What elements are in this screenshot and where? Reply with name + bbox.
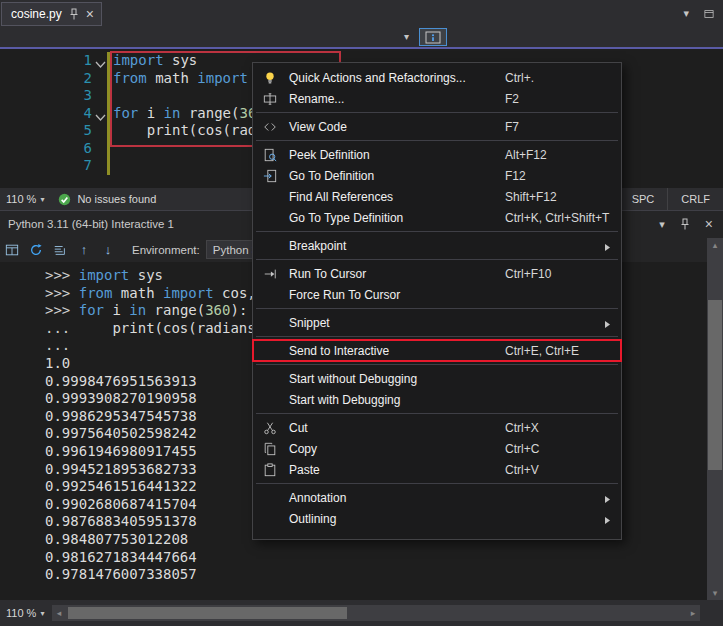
scroll-up-icon[interactable]: ▴	[707, 240, 723, 250]
visual-studio-window: cosine.py × ▾ ▾ 1234567 import sysfrom m…	[0, 0, 723, 626]
menu-item-label: Snippet	[289, 316, 330, 330]
vertical-scrollbar[interactable]: ▴ ▾	[707, 238, 723, 600]
menu-item-label: Force Run To Cursor	[289, 288, 400, 302]
menu-item-label: Cut	[289, 421, 308, 435]
cut-icon	[258, 421, 282, 435]
issues-text: No issues found	[77, 193, 156, 205]
rename-icon	[258, 92, 282, 106]
menu-item-rename[interactable]: Rename...F2	[253, 88, 621, 109]
line-number: 2	[0, 70, 92, 88]
menu-item-force-run-to-cursor[interactable]: Force Run To Cursor	[253, 284, 621, 305]
menu-item-label: Start without Debugging	[289, 372, 417, 386]
view-code-icon	[258, 120, 282, 134]
menu-item-send-to-interactive[interactable]: Send to InteractiveCtrl+E, Ctrl+E	[253, 340, 621, 361]
window-list-icon[interactable]	[703, 8, 715, 20]
clear-screen-icon[interactable]	[48, 243, 72, 257]
menu-item-label: Run To Cursor	[289, 267, 366, 281]
menu-item-view-code[interactable]: View CodeF7	[253, 116, 621, 137]
close-icon[interactable]: ×	[86, 6, 94, 22]
line-number: 3	[0, 87, 92, 105]
editor-toolbar-row: ▾	[0, 27, 723, 49]
reset-icon[interactable]	[24, 243, 48, 257]
menu-item-peek-definition[interactable]: Peek DefinitionAlt+F12	[253, 144, 621, 165]
menu-item-label: Copy	[289, 442, 317, 456]
line-number-gutter: 1234567	[0, 52, 92, 175]
line-ending-indicator[interactable]: CRLF	[667, 188, 723, 210]
menu-item-label: Breakpoint	[289, 239, 346, 253]
menu-item-copy[interactable]: CopyCtrl+C	[253, 438, 621, 459]
line-number: 4	[0, 105, 92, 123]
menu-item-label: Peek Definition	[289, 148, 370, 162]
menu-item-shortcut: Ctrl+.	[505, 71, 534, 85]
issues-indicator[interactable]: No issues found	[58, 193, 156, 206]
menu-separator	[256, 140, 618, 141]
menu-separator	[256, 308, 618, 309]
horizontal-scroll-thumb[interactable]	[68, 607, 347, 619]
tab-cosine-py[interactable]: cosine.py ×	[1, 2, 102, 26]
menu-item-outlining[interactable]: Outlining	[253, 508, 621, 529]
scroll-right-icon[interactable]: ▸	[686, 608, 700, 618]
menu-item-shortcut: Alt+F12	[505, 148, 547, 162]
lightbulb-icon	[258, 71, 282, 85]
menu-item-annotation[interactable]: Annotation	[253, 487, 621, 508]
menu-item-shortcut: Ctrl+C	[505, 442, 539, 456]
menu-item-label: Find All References	[289, 190, 393, 204]
window-position-chevron-icon[interactable]: ▾	[659, 218, 665, 231]
menu-item-start-without-debugging[interactable]: Start without Debugging	[253, 368, 621, 389]
menu-item-snippet[interactable]: Snippet	[253, 312, 621, 333]
environment-label: Environment:	[132, 244, 200, 256]
submenu-arrow-icon	[604, 318, 611, 332]
editor-zoom-control[interactable]: 110 % ▾	[0, 188, 50, 210]
track-changes-bar	[107, 52, 110, 175]
spaces-indicator[interactable]: SPC	[618, 188, 668, 210]
output-line: 0.9781476007338057	[45, 566, 707, 584]
line-number: 5	[0, 122, 92, 140]
horizontal-scrollbar[interactable]: ◂ ▸	[52, 605, 700, 621]
menu-item-go-to-definition[interactable]: Go To DefinitionF12	[253, 165, 621, 186]
vertical-scroll-thumb[interactable]	[708, 300, 722, 470]
close-icon[interactable]: ×	[705, 216, 713, 232]
menu-item-shortcut: F7	[505, 120, 519, 134]
interactive-window-icon[interactable]	[0, 243, 24, 257]
menu-item-shortcut: Ctrl+X	[505, 421, 539, 435]
horizontal-scroll-track[interactable]	[66, 605, 686, 621]
menu-item-paste[interactable]: PasteCtrl+V	[253, 459, 621, 480]
pin-icon[interactable]	[69, 8, 79, 20]
menu-item-shortcut: F12	[505, 169, 526, 183]
menu-item-cut[interactable]: CutCtrl+X	[253, 417, 621, 438]
menu-item-shortcut: Ctrl+V	[505, 463, 539, 477]
menu-separator	[256, 413, 618, 414]
menu-separator	[256, 364, 618, 365]
menu-item-label: Send to Interactive	[289, 344, 389, 358]
tab-bar-controls: ▾	[683, 7, 715, 20]
menu-separator	[256, 231, 618, 232]
interactive-window-button[interactable]	[419, 28, 447, 46]
peek-definition-icon	[258, 148, 282, 162]
fold-collapse-icon[interactable]	[95, 109, 107, 121]
menu-item-quick-actions-and-refactorings[interactable]: Quick Actions and Refactorings...Ctrl+.	[253, 67, 621, 88]
menu-item-label: Outlining	[289, 512, 336, 526]
scroll-left-icon[interactable]: ◂	[52, 608, 66, 618]
submenu-arrow-icon	[604, 241, 611, 255]
menu-item-breakpoint[interactable]: Breakpoint	[253, 235, 621, 256]
interactive-zoom-control[interactable]: 110 % ▾	[0, 600, 50, 626]
check-circle-icon	[58, 193, 71, 206]
pin-icon[interactable]	[680, 218, 690, 230]
history-previous-icon[interactable]: ↑	[72, 242, 96, 257]
menu-item-label: Paste	[289, 463, 320, 477]
toolbar-overflow-chevron-icon[interactable]: ▾	[404, 31, 409, 42]
scroll-down-icon[interactable]: ▾	[707, 588, 723, 598]
menu-item-shortcut: Shift+F12	[505, 190, 557, 204]
menu-separator	[256, 259, 618, 260]
menu-item-find-all-references[interactable]: Find All ReferencesShift+F12	[253, 186, 621, 207]
line-number: 7	[0, 157, 92, 175]
go-to-definition-icon	[258, 169, 282, 183]
menu-item-run-to-cursor[interactable]: Run To CursorCtrl+F10	[253, 263, 621, 284]
menu-item-go-to-type-definition[interactable]: Go To Type DefinitionCtrl+K, Ctrl+Shift+…	[253, 207, 621, 228]
history-next-icon[interactable]: ↓	[96, 242, 120, 257]
menu-item-start-with-debugging[interactable]: Start with Debugging	[253, 389, 621, 410]
fold-collapse-icon[interactable]	[95, 56, 107, 68]
menu-item-label: Start with Debugging	[289, 393, 400, 407]
chevron-down-icon[interactable]: ▾	[683, 7, 689, 20]
line-number: 1	[0, 52, 92, 70]
